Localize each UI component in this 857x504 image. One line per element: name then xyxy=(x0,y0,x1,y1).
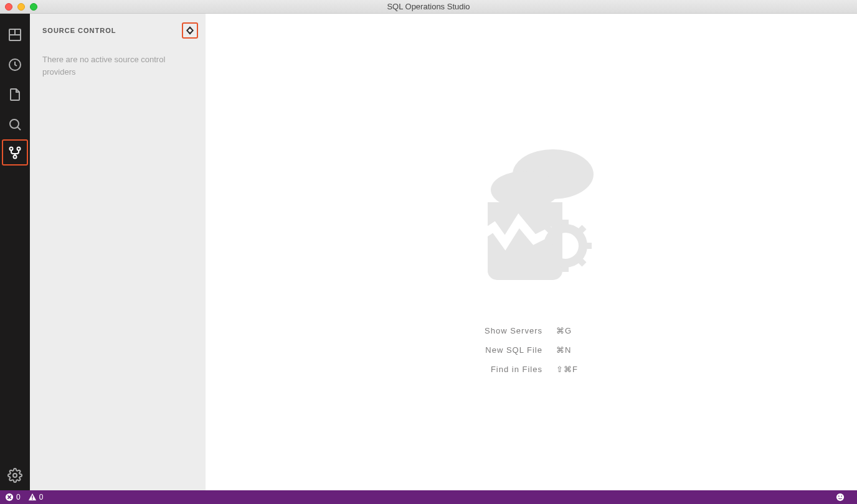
shortcut-label: Find in Files xyxy=(485,365,542,374)
sidebar-header: SOURCE CONTROL xyxy=(30,21,206,40)
close-window-button[interactable] xyxy=(5,3,12,11)
status-warnings-count: 0 xyxy=(39,493,44,502)
task-history-icon[interactable] xyxy=(0,50,30,80)
svg-rect-23 xyxy=(32,499,32,500)
svg-line-17 xyxy=(547,227,552,232)
source-control-icon[interactable] xyxy=(2,139,28,166)
shortcut-label: Show Servers xyxy=(485,326,542,335)
sidebar-source-control: SOURCE CONTROL There are no active sourc… xyxy=(30,14,206,490)
sidebar-empty-message: There are no active source control provi… xyxy=(30,40,206,78)
shortcut-label: New SQL File xyxy=(485,345,542,355)
initialize-repository-icon[interactable] xyxy=(182,22,198,39)
svg-point-6 xyxy=(10,147,13,151)
shortcut-keys: ⌘G xyxy=(556,326,578,335)
status-feedback-icon[interactable] xyxy=(836,493,845,502)
window-title: SQL Operations Studio xyxy=(0,2,857,11)
svg-point-8 xyxy=(14,156,17,159)
status-errors[interactable]: 0 xyxy=(5,493,21,502)
status-warnings[interactable]: 0 xyxy=(28,493,44,502)
minimize-window-button[interactable] xyxy=(17,3,25,11)
settings-gear-icon[interactable] xyxy=(0,460,30,490)
shortcut-keys: ⇧⌘F xyxy=(556,365,578,374)
search-icon[interactable] xyxy=(0,110,30,139)
maximize-window-button[interactable] xyxy=(30,3,37,11)
activity-bar xyxy=(0,14,30,490)
svg-point-26 xyxy=(841,495,842,497)
svg-line-19 xyxy=(547,259,552,264)
svg-line-18 xyxy=(579,259,584,264)
editor-welcome: Show Servers ⌘G New SQL File ⌘N Find in … xyxy=(206,14,857,490)
welcome-watermark-icon xyxy=(450,131,612,295)
svg-point-25 xyxy=(838,495,840,497)
servers-icon[interactable] xyxy=(0,20,30,50)
svg-point-4 xyxy=(10,119,19,128)
window-controls xyxy=(0,3,37,11)
svg-point-9 xyxy=(13,474,17,477)
explorer-icon[interactable] xyxy=(0,80,30,110)
svg-line-20 xyxy=(579,227,584,232)
sidebar-title: SOURCE CONTROL xyxy=(42,27,116,34)
svg-point-7 xyxy=(17,147,21,151)
status-errors-count: 0 xyxy=(16,493,21,502)
shortcut-keys: ⌘N xyxy=(556,345,578,355)
svg-line-5 xyxy=(17,127,21,130)
status-bar: 0 0 xyxy=(0,490,857,504)
svg-rect-22 xyxy=(32,495,32,498)
welcome-shortcuts: Show Servers ⌘G New SQL File ⌘N Find in … xyxy=(485,326,578,374)
svg-point-24 xyxy=(836,493,844,501)
titlebar: SQL Operations Studio xyxy=(0,0,857,14)
